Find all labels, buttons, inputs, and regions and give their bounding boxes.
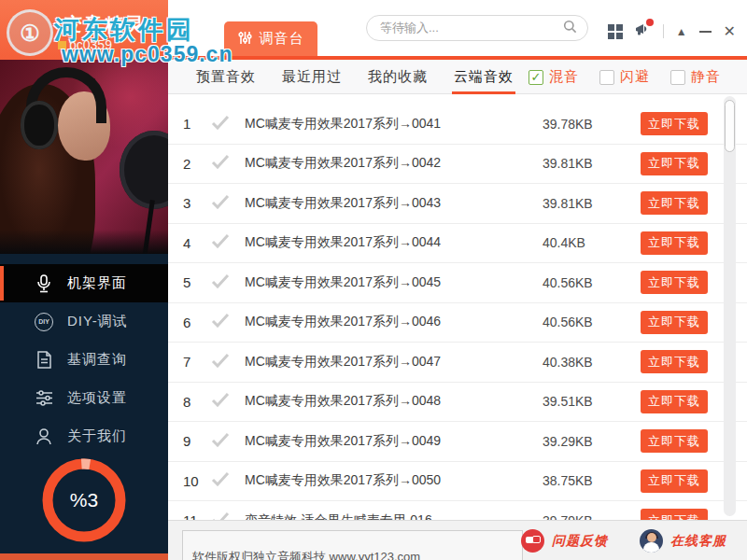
row-check-icon bbox=[211, 233, 245, 252]
effect-row: 10MC喊麦专用效果2017系列→005038.75KB立即下载 bbox=[168, 462, 747, 502]
sidebar-item-2[interactable]: DIYDIY-调试 bbox=[0, 302, 168, 341]
toggle-2[interactable]: ✓闪避 bbox=[599, 68, 650, 86]
download-button[interactable]: 立即下载 bbox=[641, 509, 708, 520]
download-button[interactable]: 立即下载 bbox=[641, 469, 708, 493]
sidebar: 变音精灵 机架界面DIYDIY-调试基调查询选项设置关于我们 %3 bbox=[0, 0, 168, 560]
effect-row: 2MC喊麦专用效果2017系列→004239.81KB立即下载 bbox=[168, 145, 747, 185]
row-check-icon bbox=[211, 353, 245, 371]
feedback-link[interactable]: 问题反馈 bbox=[521, 529, 608, 553]
effect-name: MC喊麦专用效果2017系列→0043 bbox=[245, 195, 543, 212]
checkbox-icon[interactable]: ✓ bbox=[529, 70, 543, 85]
download-button[interactable]: 立即下载 bbox=[641, 191, 708, 215]
window-controls: ▲ ✕ bbox=[608, 22, 736, 40]
close-icon[interactable]: ✕ bbox=[724, 24, 736, 39]
divider bbox=[663, 24, 664, 38]
effects-tab-bar: 预置音效最近用过我的收藏云端音效 ✓混音✓闪避✓静音 bbox=[168, 60, 747, 94]
toggle-label: 闪避 bbox=[620, 68, 650, 86]
effect-row: 8MC喊麦专用效果2017系列→004839.51KB立即下载 bbox=[168, 383, 747, 423]
progress-percent-label: %3 bbox=[39, 455, 129, 545]
row-index: 1 bbox=[179, 116, 211, 132]
tab-mixer-label: 调音台 bbox=[260, 30, 304, 48]
sidebar-menu: 机架界面DIYDIY-调试基调查询选项设置关于我们 bbox=[0, 264, 168, 455]
diy-icon: DIY bbox=[34, 312, 54, 332]
sidebar-item-5[interactable]: 关于我们 bbox=[0, 417, 168, 455]
sidebar-item-1[interactable]: 机架界面 bbox=[0, 264, 168, 302]
copyright-box: 软件版权归独立音频科技 www.yyt123.com bbox=[182, 530, 523, 560]
effect-row: 9MC喊麦专用效果2017系列→004939.29KB立即下载 bbox=[168, 422, 747, 462]
boss-key-icon[interactable]: ▲ bbox=[676, 26, 687, 37]
online-service-link[interactable]: 在线客服 bbox=[640, 529, 726, 553]
tab-4[interactable]: 云端音效 bbox=[454, 60, 514, 94]
toggle-label: 静音 bbox=[691, 68, 721, 86]
row-index: 7 bbox=[179, 354, 211, 370]
download-progress-ring: %3 bbox=[39, 455, 129, 545]
effect-size: 40.38KB bbox=[543, 355, 641, 370]
effect-row: 3MC喊麦专用效果2017系列→004339.81KB立即下载 bbox=[168, 184, 747, 224]
online-service-label: 在线客服 bbox=[670, 533, 726, 550]
effect-size: 39.79KB bbox=[543, 513, 641, 520]
search-input[interactable]: 等待输入... bbox=[366, 15, 588, 41]
row-index: 4 bbox=[179, 235, 211, 251]
row-check-icon bbox=[211, 313, 245, 331]
effect-name: MC喊麦专用效果2017系列→0050 bbox=[245, 472, 543, 489]
effect-name: MC喊麦专用效果2017系列→0045 bbox=[245, 274, 543, 291]
effect-size: 39.81KB bbox=[543, 196, 641, 211]
sidebar-item-label: 机架界面 bbox=[67, 274, 127, 292]
effect-name: MC喊麦专用效果2017系列→0041 bbox=[245, 116, 543, 133]
sidebar-item-label: 基调查询 bbox=[67, 351, 127, 369]
row-check-icon bbox=[211, 432, 245, 451]
download-button[interactable]: 立即下载 bbox=[641, 231, 708, 255]
row-index: 10 bbox=[179, 473, 211, 489]
tab-mixer[interactable]: 调音台 bbox=[224, 21, 317, 56]
audio-toggles: ✓混音✓闪避✓静音 bbox=[529, 60, 721, 94]
tab-3[interactable]: 我的收藏 bbox=[368, 60, 428, 94]
search-icon[interactable] bbox=[563, 20, 577, 37]
effect-row: 7MC喊麦专用效果2017系列→004740.38KB立即下载 bbox=[168, 343, 747, 383]
effect-name: MC喊麦专用效果2017系列→0044 bbox=[245, 234, 543, 251]
toggle-3[interactable]: ✓静音 bbox=[670, 68, 721, 86]
effect-row: 6MC喊麦专用效果2017系列→004640.56KB立即下载 bbox=[168, 303, 747, 343]
effect-name: MC喊麦专用效果2017系列→0048 bbox=[245, 393, 543, 410]
row-check-icon bbox=[211, 392, 245, 411]
scrollbar-thumb[interactable] bbox=[725, 100, 735, 152]
effect-size: 39.81KB bbox=[543, 156, 641, 171]
download-button[interactable]: 立即下载 bbox=[641, 429, 708, 453]
download-button[interactable]: 立即下载 bbox=[641, 152, 708, 175]
customer-service-icon bbox=[640, 529, 663, 553]
checkbox-icon[interactable]: ✓ bbox=[599, 70, 614, 85]
checkbox-icon[interactable]: ✓ bbox=[670, 70, 685, 85]
effect-row: 5MC喊麦专用效果2017系列→004540.56KB立即下载 bbox=[168, 263, 747, 303]
download-button[interactable]: 立即下载 bbox=[641, 350, 708, 373]
row-check-icon bbox=[211, 511, 245, 520]
row-check-icon bbox=[211, 471, 245, 490]
promo-horn-icon[interactable] bbox=[635, 22, 651, 40]
footer-bar: 软件版权归独立音频科技 www.yyt123.com 问题反馈 在线客服 bbox=[168, 520, 747, 560]
notification-dot bbox=[646, 19, 654, 26]
sidebar-item-4[interactable]: 选项设置 bbox=[0, 379, 168, 417]
scrollbar-track[interactable] bbox=[724, 96, 736, 516]
effect-name: MC喊麦专用效果2017系列→0047 bbox=[245, 354, 543, 371]
tab-2[interactable]: 最近用过 bbox=[282, 60, 342, 94]
sidebar-item-label: 关于我们 bbox=[67, 427, 127, 445]
row-index: 5 bbox=[179, 274, 211, 290]
main-area: 调音台 等待输入... bbox=[168, 0, 747, 560]
toggle-1[interactable]: ✓混音 bbox=[529, 68, 579, 86]
app-logo-text: 变音精灵 bbox=[63, 12, 146, 37]
row-index: 9 bbox=[179, 433, 211, 449]
download-button[interactable]: 立即下载 bbox=[641, 311, 708, 334]
toggle-label: 混音 bbox=[549, 68, 579, 86]
row-check-icon bbox=[211, 273, 245, 292]
document-icon bbox=[34, 350, 54, 371]
sidebar-item-3[interactable]: 基调查询 bbox=[0, 341, 168, 379]
tab-1[interactable]: 预置音效 bbox=[196, 60, 256, 94]
download-button[interactable]: 立即下载 bbox=[641, 271, 708, 294]
top-bar: 调音台 等待输入... bbox=[168, 0, 747, 60]
user-icon bbox=[34, 427, 54, 447]
minimize-icon[interactable] bbox=[699, 31, 712, 33]
apps-grid-icon[interactable] bbox=[608, 24, 623, 39]
download-button[interactable]: 立即下载 bbox=[641, 390, 708, 413]
row-index: 6 bbox=[179, 315, 211, 330]
download-button[interactable]: 立即下载 bbox=[641, 112, 708, 135]
effect-size: 40.56KB bbox=[543, 315, 641, 329]
sidebar-item-label: 选项设置 bbox=[67, 389, 127, 407]
